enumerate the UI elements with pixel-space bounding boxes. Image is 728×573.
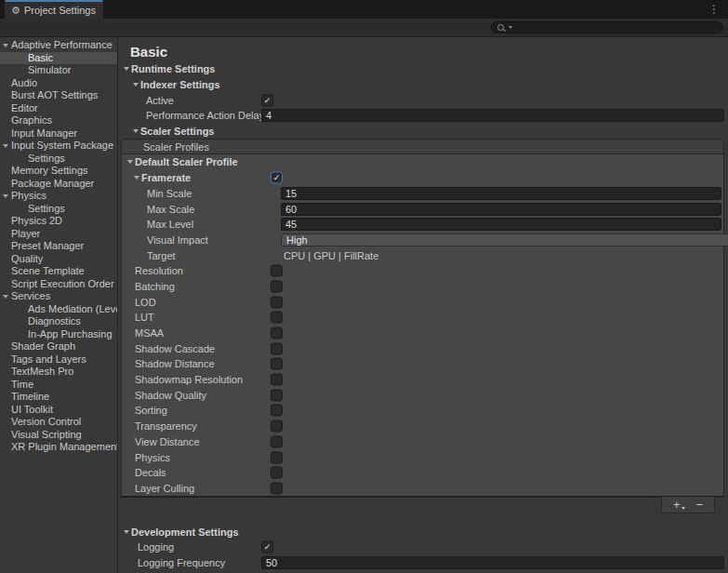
sidebar-item-scene-template[interactable]: Scene Template <box>0 265 117 278</box>
shadow-quality-checkbox[interactable] <box>271 389 283 401</box>
settings-category-sidebar: Adaptive Performance Basic Simulator Aud… <box>0 37 118 573</box>
max-scale-input[interactable]: 60 <box>281 203 721 216</box>
sidebar-item-textmesh-pro[interactable]: TextMesh Pro <box>0 366 117 379</box>
min-scale-input[interactable]: 15 <box>281 187 721 200</box>
sidebar-item-time[interactable]: Time <box>0 379 117 392</box>
logging-frequency-input[interactable]: 50 <box>261 556 724 569</box>
sidebar-item-version-control[interactable]: Version Control <box>0 416 117 429</box>
sidebar-item-label: Settings <box>28 203 65 214</box>
tab-project-settings[interactable]: ⚙ Project Settings <box>5 0 103 19</box>
sidebar-item-label: Visual Scripting <box>11 429 82 440</box>
scaler-row-lut: LUT <box>122 310 723 326</box>
sidebar-item-label: Timeline <box>11 391 49 402</box>
sidebar-item-label: Ads Mediation (Level <box>28 303 117 314</box>
sidebar-item-input-system-settings[interactable]: Settings <box>0 153 117 166</box>
scaler-label: LUT <box>135 312 154 323</box>
resolution-checkbox[interactable] <box>271 265 283 277</box>
foldout-icon[interactable] <box>3 295 8 299</box>
shadow-distance-checkbox[interactable] <box>271 358 283 370</box>
sidebar-item-player[interactable]: Player <box>0 228 117 241</box>
sidebar-item-label: Input Manager <box>11 127 77 139</box>
field-label: Target <box>147 250 176 261</box>
batching-checkbox[interactable] <box>271 280 283 292</box>
logging-checkbox[interactable]: ✓ <box>261 541 273 553</box>
sidebar-item-burst-aot-settings[interactable]: Burst AOT Settings <box>0 89 117 102</box>
foldout-icon[interactable] <box>127 160 133 164</box>
sidebar-item-simulator[interactable]: Simulator <box>0 64 117 77</box>
foldout-icon[interactable] <box>133 83 139 87</box>
foldout-icon[interactable] <box>134 176 139 180</box>
scaler-label: Decals <box>135 467 166 478</box>
sidebar-item-shader-graph[interactable]: Shader Graph <box>0 340 117 353</box>
search-input[interactable] <box>491 21 723 33</box>
sidebar-item-in-app-purchasing[interactable]: In-App Purchasing <box>0 328 117 341</box>
sidebar-item-label: Tags and Layers <box>11 353 86 365</box>
sidebar-item-diagnostics[interactable]: Diagnostics <box>0 315 117 328</box>
section-header: Scaler Settings <box>140 126 214 137</box>
sidebar-item-quality[interactable]: Quality <box>0 253 117 266</box>
layer-culling-checkbox[interactable] <box>271 482 283 494</box>
msaa-checkbox[interactable] <box>271 327 283 340</box>
sidebar-item-memory-settings[interactable]: Memory Settings <box>0 165 117 178</box>
field-label: Max Level <box>147 219 193 230</box>
sidebar-item-editor[interactable]: Editor <box>0 102 117 115</box>
sidebar-item-physics[interactable]: Physics <box>0 190 117 203</box>
section-header: Runtime Settings <box>131 63 215 74</box>
lod-checkbox[interactable] <box>271 296 283 308</box>
check-icon: ✓ <box>273 174 281 182</box>
sidebar-item-adaptive-performance[interactable]: Adaptive Performance <box>0 39 117 52</box>
physics-checkbox[interactable] <box>271 451 283 463</box>
sidebar-item-ads-mediation[interactable]: Ads Mediation (Level <box>0 303 117 316</box>
foldout-icon[interactable] <box>3 194 8 198</box>
sidebar-item-timeline[interactable]: Timeline <box>0 391 117 404</box>
field-label: Active <box>146 95 174 106</box>
sidebar-item-ui-toolkit[interactable]: UI Toolkit <box>0 404 117 417</box>
field-value: 45 <box>285 219 297 230</box>
scaler-settings-row: Scaler Settings <box>118 124 728 140</box>
sidebar-item-audio[interactable]: Audio <box>0 77 117 90</box>
foldout-icon[interactable] <box>3 144 8 148</box>
sidebar-item-input-system-package[interactable]: Input System Package <box>0 140 117 153</box>
target-row: Target CPU | GPU | FillRate <box>122 247 723 263</box>
scaler-profiles-list-body: Default Scaler Profile Framerate ✓ Min S… <box>121 154 724 498</box>
foldout-icon[interactable] <box>124 530 129 534</box>
sidebar-item-graphics[interactable]: Graphics <box>0 114 117 127</box>
sidebar-item-tags-and-layers[interactable]: Tags and Layers <box>0 353 117 366</box>
sidebar-item-preset-manager[interactable]: Preset Manager <box>0 240 117 253</box>
sidebar-item-xr-plugin-management[interactable]: XR Plugin Management <box>0 441 117 454</box>
transparency-checkbox[interactable] <box>271 420 283 433</box>
sidebar-item-visual-scripting[interactable]: Visual Scripting <box>0 429 117 442</box>
add-profile-button[interactable]: + <box>673 499 685 511</box>
visual-impact-dropdown[interactable]: High <box>281 233 728 247</box>
lut-checkbox[interactable] <box>271 312 283 324</box>
view-distance-checkbox[interactable] <box>271 435 283 447</box>
scaler-label: Shadow Distance <box>135 358 215 369</box>
decals-checkbox[interactable] <box>271 467 283 479</box>
sidebar-item-label: Basic <box>28 52 53 63</box>
performance-action-delay-input[interactable]: 4 <box>261 109 724 122</box>
shadow-cascade-checkbox[interactable] <box>271 342 283 354</box>
active-checkbox[interactable]: ✓ <box>261 94 273 106</box>
sidebar-item-label: TextMesh Pro <box>11 366 73 377</box>
sidebar-item-script-execution-order[interactable]: Script Execution Order <box>0 278 117 291</box>
foldout-icon[interactable] <box>124 67 129 71</box>
tab-title: Project Settings <box>24 5 96 16</box>
sidebar-item-physics-2d[interactable]: Physics 2D <box>0 215 117 228</box>
sidebar-item-physics-settings[interactable]: Settings <box>0 203 117 216</box>
field-value: 60 <box>285 204 297 215</box>
sorting-checkbox[interactable] <box>271 405 283 417</box>
shadowmap-resolution-checkbox[interactable] <box>271 374 283 386</box>
sidebar-item-package-manager[interactable]: Package Manager <box>0 178 117 191</box>
sidebar-item-services[interactable]: Services <box>0 290 117 303</box>
framerate-checkbox[interactable]: ✓ <box>271 172 283 184</box>
sidebar-item-basic[interactable]: Basic <box>0 52 117 65</box>
foldout-icon[interactable] <box>3 44 8 47</box>
max-level-input[interactable]: 45 <box>281 218 721 231</box>
plus-icon: + <box>673 499 681 511</box>
foldout-icon[interactable] <box>133 129 139 133</box>
field-label: Logging Frequency <box>138 557 225 568</box>
kebab-menu-icon[interactable]: ⋮ <box>708 2 720 17</box>
scaler-row-shadowmap-resolution: Shadowmap Resolution <box>122 372 723 388</box>
sidebar-item-input-manager[interactable]: Input Manager <box>0 127 117 140</box>
remove-profile-button[interactable]: − <box>695 499 703 511</box>
